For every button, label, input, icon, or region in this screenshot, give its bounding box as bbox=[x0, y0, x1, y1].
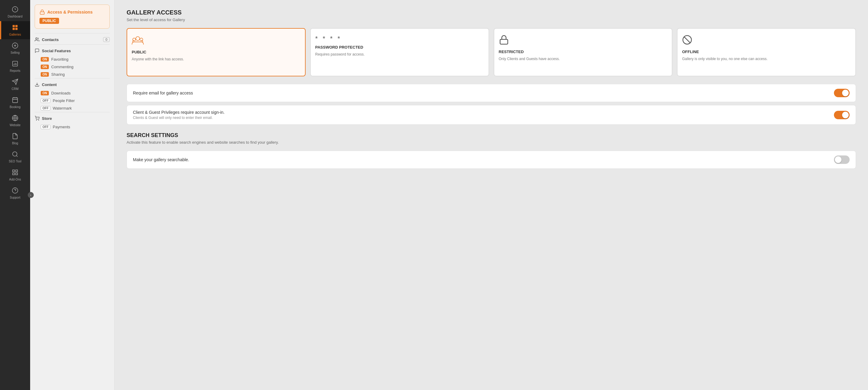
social-sharing[interactable]: ON Sharing bbox=[35, 71, 110, 78]
searchable-title: Make your gallery searchable. bbox=[133, 157, 189, 162]
public-icon bbox=[132, 35, 301, 47]
payments-tag: OFF bbox=[41, 125, 50, 129]
content-downloads[interactable]: ON Downloads bbox=[35, 89, 110, 97]
crm-icon bbox=[12, 79, 19, 86]
contacts-count: 0 bbox=[103, 37, 110, 42]
svg-point-31 bbox=[36, 120, 36, 120]
social-commenting[interactable]: ON Commenting bbox=[35, 63, 110, 71]
access-option-public[interactable]: PUBLIC Anyone with the link has access. bbox=[127, 28, 306, 76]
favoriting-label: Favoriting bbox=[51, 57, 68, 62]
booking-icon bbox=[12, 96, 19, 104]
access-option-password[interactable]: * * * * PASSWORD PROTECTED Requires pass… bbox=[310, 28, 489, 76]
sidebar-item-crm[interactable]: CRM bbox=[0, 76, 30, 93]
require-email-row: Require email for gallery access bbox=[127, 84, 856, 102]
social-features-section: Social Features bbox=[35, 45, 110, 56]
svg-rect-23 bbox=[16, 170, 18, 172]
svg-point-32 bbox=[38, 120, 39, 120]
lock-icon bbox=[39, 9, 45, 15]
contacts-label: Contacts bbox=[42, 37, 59, 42]
sidebar-item-selling[interactable]: Selling bbox=[0, 39, 30, 57]
require-email-title: Require email for gallery access bbox=[133, 90, 193, 95]
content-watermark[interactable]: OFF Watermark bbox=[35, 105, 110, 112]
sharing-tag: ON bbox=[41, 72, 49, 77]
offline-title: OFFLINE bbox=[682, 50, 851, 54]
social-icon bbox=[35, 48, 39, 53]
search-settings-heading: SEARCH SETTINGS bbox=[127, 132, 856, 139]
sidebar-item-reports[interactable]: Reports bbox=[0, 57, 30, 76]
searchable-row: Make your gallery searchable. bbox=[127, 150, 856, 169]
gallery-access-subheading: Set the level of access for Gallery bbox=[127, 18, 856, 22]
searchable-text: Make your gallery searchable. bbox=[133, 157, 189, 162]
sidebar-label-crm: CRM bbox=[12, 87, 19, 90]
svg-point-33 bbox=[136, 36, 140, 40]
add-ons-icon bbox=[12, 169, 19, 176]
contacts-section[interactable]: Contacts 0 bbox=[35, 33, 110, 45]
client-guest-toggle[interactable] bbox=[834, 111, 849, 119]
store-section: Store bbox=[35, 112, 110, 123]
sidebar-item-dashboard[interactable]: Dashboard bbox=[0, 3, 30, 21]
restricted-icon bbox=[499, 35, 668, 47]
sidebar-label-dashboard: Dashboard bbox=[8, 15, 23, 18]
support-icon bbox=[12, 187, 19, 195]
sidebar: Dashboard Galleries Selling Reports CRM … bbox=[0, 0, 30, 390]
require-email-toggle[interactable] bbox=[834, 89, 849, 97]
blog-icon bbox=[12, 133, 19, 140]
password-desc: Requires password for access. bbox=[315, 52, 484, 57]
sidebar-label-galleries: Galleries bbox=[9, 33, 21, 36]
offline-desc: Gallery is only visible to you, no one e… bbox=[682, 56, 851, 62]
watermark-label: Watermark bbox=[53, 106, 72, 110]
main-content: GALLERY ACCESS Set the level of access f… bbox=[115, 0, 868, 390]
svg-line-38 bbox=[684, 37, 690, 43]
store-icon bbox=[35, 116, 39, 121]
public-title: PUBLIC bbox=[132, 50, 301, 54]
sidebar-label-seo-tool: SEO Tool bbox=[9, 160, 22, 163]
content-people-filter[interactable]: OFF People Filter bbox=[35, 97, 110, 105]
sidebar-label-website: Website bbox=[10, 123, 21, 127]
social-features-title: Social Features bbox=[35, 48, 71, 53]
client-guest-subtitle: Clients & Guest will only need to enter … bbox=[133, 116, 224, 120]
sidebar-label-selling: Selling bbox=[10, 51, 20, 54]
access-card[interactable]: Access & Permissions PUBLIC bbox=[35, 4, 110, 29]
sidebar-collapse-button[interactable]: › bbox=[28, 192, 34, 198]
sidebar-label-booking: Booking bbox=[10, 105, 21, 109]
sidebar-item-booking[interactable]: Booking bbox=[0, 93, 30, 112]
store-title: Store bbox=[35, 116, 52, 121]
public-desc: Anyone with the link has access. bbox=[132, 57, 301, 62]
galleries-icon bbox=[12, 24, 19, 32]
svg-rect-25 bbox=[13, 173, 14, 175]
sidebar-item-seo-tool[interactable]: SEO Tool bbox=[0, 148, 30, 166]
sidebar-item-website[interactable]: Website bbox=[0, 112, 30, 130]
social-favoriting[interactable]: ON Favoriting bbox=[35, 56, 110, 63]
sidebar-label-reports: Reports bbox=[10, 69, 20, 73]
sidebar-item-add-ons[interactable]: Add-Ons bbox=[0, 166, 30, 184]
seo-tool-icon bbox=[12, 151, 19, 159]
website-icon bbox=[12, 115, 19, 122]
access-option-restricted[interactable]: RESTRICTED Only Clients and Guests have … bbox=[494, 28, 673, 76]
svg-rect-36 bbox=[500, 39, 508, 45]
download-icon bbox=[35, 82, 39, 87]
contacts-title: Contacts bbox=[35, 37, 59, 42]
svg-rect-6 bbox=[16, 28, 18, 30]
commenting-label: Commenting bbox=[51, 64, 73, 69]
access-option-offline[interactable]: OFFLINE Gallery is only visible to you, … bbox=[677, 28, 856, 76]
sidebar-item-support[interactable]: Support bbox=[0, 184, 30, 202]
access-card-header: Access & Permissions bbox=[39, 9, 105, 15]
downloads-tag: ON bbox=[41, 91, 49, 95]
offline-icon bbox=[682, 35, 851, 47]
selling-icon bbox=[12, 42, 19, 50]
password-title: PASSWORD PROTECTED bbox=[315, 45, 484, 50]
client-guest-row: Client & Guest Privileges require accoun… bbox=[127, 105, 856, 125]
commenting-tag: ON bbox=[41, 64, 49, 69]
sidebar-item-blog[interactable]: Blog bbox=[0, 130, 30, 148]
sharing-label: Sharing bbox=[51, 72, 65, 77]
require-email-text: Require email for gallery access bbox=[133, 90, 193, 95]
people-filter-tag: OFF bbox=[41, 99, 50, 103]
svg-point-26 bbox=[12, 188, 18, 193]
svg-point-29 bbox=[36, 38, 37, 39]
svg-rect-24 bbox=[16, 173, 18, 175]
searchable-toggle[interactable] bbox=[834, 156, 849, 164]
sidebar-item-galleries[interactable]: Galleries bbox=[0, 21, 30, 39]
store-payments[interactable]: OFF Payments bbox=[35, 123, 110, 131]
svg-rect-22 bbox=[13, 170, 14, 172]
access-card-title: Access & Permissions bbox=[47, 10, 93, 15]
